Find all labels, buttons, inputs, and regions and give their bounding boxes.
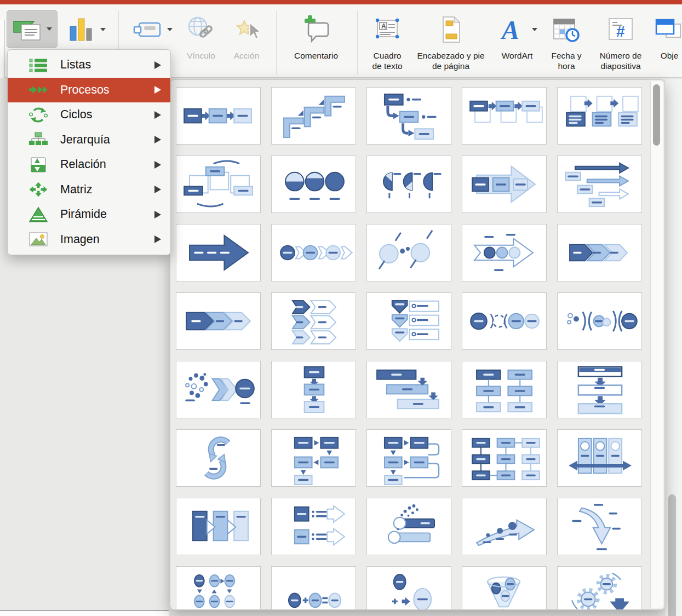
bending-process-preview-icon (368, 89, 450, 143)
ribbon-button-smartart[interactable] (8, 7, 56, 48)
menu-item-listas[interactable]: Listas (8, 53, 170, 78)
ribbon-button-chart[interactable] (61, 7, 110, 49)
smartart-thumbnail-descending-curved-arrow[interactable] (557, 498, 642, 555)
smartart-thumbnail-converging-circles[interactable] (462, 292, 547, 350)
dropdown-caret-icon[interactable] (532, 28, 537, 31)
smartart-thumbnail-continuous-loop[interactable] (176, 429, 261, 487)
accent-process-arrow-preview-icon (463, 226, 545, 280)
smartart-thumbnail-circle-arrow-process[interactable] (271, 224, 356, 281)
phased-process-preview-icon (368, 157, 450, 211)
ribbon-button-shape[interactable] (127, 7, 177, 49)
ribbon-button-icon-row (186, 10, 216, 49)
ribbon-button-wordart[interactable]: AWordArt (492, 7, 542, 61)
menu-item-ciclos[interactable]: Ciclos (8, 102, 170, 128)
smartart-thumbnail-circle-relationship-grid[interactable] (176, 566, 261, 610)
menu-item-imagen[interactable]: Imagen (8, 227, 170, 252)
vertical-chevron-list-preview-icon (273, 294, 354, 348)
gallery-scrollbar-thumb[interactable] (653, 84, 660, 146)
vertical-process-preview-icon (273, 362, 354, 417)
smartart-thumbnail-staggered-process[interactable] (366, 361, 451, 418)
ribbon-button-numero[interactable]: #Número de diapositiva (589, 7, 652, 72)
menu-item-relacion[interactable]: Relación (8, 152, 170, 177)
dropdown-caret-icon[interactable] (167, 28, 173, 31)
object-icon (654, 14, 682, 45)
menu-item-piramide[interactable]: Pirámide (8, 202, 170, 227)
ribbon-button-label: Fecha y hora (549, 51, 584, 72)
smartart-thumbnail-equation-process[interactable] (271, 566, 356, 610)
smartart-thumbnail-accent-process-arrow[interactable] (462, 224, 547, 281)
smartart-thumbnail-alternating-picture-blocks[interactable] (557, 87, 642, 145)
smartart-thumbnail-detailed-arrow-list[interactable] (271, 498, 356, 555)
gallery-scrollbar-track[interactable] (650, 81, 663, 608)
basic-process-preview-icon (177, 89, 259, 143)
smartart-thumbnail-circle-process-accents[interactable] (366, 224, 451, 281)
ribbon-button-comentario[interactable]: Comentario (283, 7, 349, 61)
smartart-thumbnail-stacked-bars-process[interactable] (557, 361, 642, 418)
smartart-thumbnail-vertical-chevron-list[interactable] (271, 292, 356, 350)
smartart-thumbnail-gear-process[interactable] (557, 566, 642, 610)
smartart-thumbnail-upward-curved-arrow[interactable] (462, 498, 547, 555)
ribbon-button-label: Vínculo (179, 51, 223, 61)
detailed-arrow-list-preview-icon (273, 499, 354, 554)
smartart-thumbnail-descending-chevron-list[interactable] (366, 292, 451, 350)
menu-item-matriz[interactable]: Matriz (8, 177, 170, 203)
ribbon-button-accion: Acción (225, 7, 268, 61)
smartart-thumbnail-basic-chevron-process[interactable] (557, 224, 642, 281)
smartart-thumbnail-snake-connectors[interactable] (366, 429, 451, 487)
smartart-thumbnail-repeating-snake-process[interactable] (271, 429, 356, 487)
smartart-thumbnail-picture-accent-process[interactable] (462, 87, 547, 145)
ribbon-button-cuadro[interactable]: ACuadro de texto (364, 7, 411, 72)
alternating-flow-preview-icon (177, 157, 259, 211)
ribbon-button-fecha[interactable]: Fecha y hora (545, 7, 588, 72)
smartart-thumbnail-circle-accent-timeline[interactable] (271, 156, 356, 213)
hierarchy-category-icon (28, 131, 48, 148)
smartart-thumbnail-vertical-process[interactable] (271, 361, 356, 418)
submenu-arrow-icon (154, 86, 161, 94)
menu-item-label: Imagen (60, 233, 100, 246)
smartart-thumbnail-step-up-process[interactable] (271, 87, 356, 145)
smartart-thumbnail-basic-process[interactable] (176, 87, 261, 145)
smartart-thumbnail-two-column-process[interactable] (462, 361, 547, 418)
staggered-process-preview-icon (368, 362, 450, 417)
svg-text:A: A (381, 22, 386, 30)
slide-edge (0, 610, 169, 616)
ribbon-button-icon-row (7, 10, 58, 48)
smartart-thumbnail-addition-result[interactable] (366, 566, 451, 610)
smartart-thumbnail-alternating-flow[interactable] (176, 156, 261, 213)
menu-item-label: Procesos (60, 83, 110, 97)
smartart-thumbnail-interconnected-rings[interactable] (557, 292, 642, 350)
window-scrollbar-track[interactable] (664, 79, 682, 616)
ribbon-button-label: Acción (225, 51, 268, 61)
dropdown-caret-icon[interactable] (47, 27, 52, 31)
cycle-category-icon (28, 107, 48, 123)
window-scrollbar-thumb[interactable] (668, 494, 676, 616)
new-comment-icon (301, 14, 331, 45)
smartart-thumbnail-phased-process[interactable] (366, 156, 451, 213)
circle-arrow-process-preview-icon (273, 226, 354, 280)
smartart-thumbnail-closed-chevron-process[interactable] (176, 292, 261, 350)
menu-item-label: Jerarquía (60, 133, 110, 147)
menu-item-jerarquia[interactable]: Jerarquía (8, 128, 170, 153)
menu-item-procesos[interactable]: Procesos (8, 78, 170, 103)
ruler-edge (0, 20, 5, 78)
snake-connectors-preview-icon (368, 431, 450, 485)
repeating-snake-process-preview-icon (273, 431, 354, 485)
svg-text:#: # (616, 23, 625, 40)
dropdown-caret-icon[interactable] (100, 28, 106, 31)
smartart-thumbnail-panel-double-arrow[interactable] (557, 429, 642, 487)
submenu-arrow-icon (154, 186, 161, 193)
smartart-thumbnail-sub-step-process[interactable] (176, 498, 261, 555)
ribbon-group-divider (276, 11, 277, 74)
smartart-thumbnail-dots-to-result[interactable] (176, 361, 261, 418)
smartart-thumbnail-process-arrows[interactable] (462, 156, 547, 213)
sub-step-process-preview-icon (177, 499, 259, 554)
smartart-thumbnail-connected-grid-process[interactable] (462, 429, 547, 487)
smartart-thumbnail-ascending-bars[interactable] (366, 498, 451, 555)
smartart-thumbnail-increasing-arrows[interactable] (557, 156, 642, 213)
lists-category-icon (28, 57, 48, 73)
ribbon-button-objeto[interactable]: Obje (654, 7, 682, 61)
smartart-thumbnail-funnel[interactable] (462, 566, 547, 610)
smartart-thumbnail-bending-process[interactable] (366, 87, 451, 145)
ribbon-button-encabezado[interactable]: Encabezado y pie de página (412, 7, 490, 72)
smartart-thumbnail-basic-arrow[interactable] (176, 224, 261, 281)
